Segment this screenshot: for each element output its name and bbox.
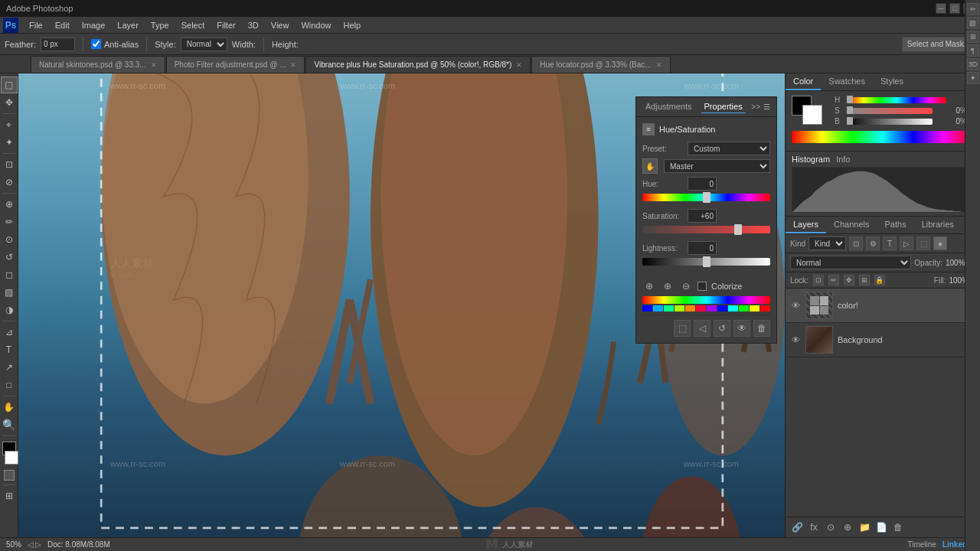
feather-input[interactable] xyxy=(41,37,75,51)
antialias-checkbox[interactable] xyxy=(91,39,101,49)
eyedropper-tool[interactable]: ✋ xyxy=(642,158,658,174)
delete-button[interactable]: 🗑 xyxy=(753,320,770,337)
layer-item[interactable]: 👁 color! xyxy=(786,289,980,323)
close-tab-0[interactable]: ✕ xyxy=(151,61,157,69)
tool-type[interactable]: T xyxy=(1,341,18,358)
patterns-icon[interactable]: ⊞ xyxy=(967,31,979,43)
tool-path-select[interactable]: ↗ xyxy=(1,359,18,376)
toggle-visibility-button[interactable]: 👁 xyxy=(733,320,750,337)
maximize-button[interactable]: □ xyxy=(949,3,960,14)
preset-select[interactable]: Custom xyxy=(688,142,770,155)
menu-layer[interactable]: Layer xyxy=(111,19,145,31)
layer-visibility-toggle[interactable]: 👁 xyxy=(790,300,801,311)
quick-mask-mode[interactable] xyxy=(4,470,15,481)
lightness-slider-thumb[interactable] xyxy=(703,256,710,267)
tool-hand[interactable]: ✋ xyxy=(1,399,18,416)
link-layers-button[interactable]: 🔗 xyxy=(790,520,804,534)
sample-subtract-tool[interactable]: ⊖ xyxy=(679,279,693,293)
filter-shape-btn[interactable]: ▷ xyxy=(900,236,913,250)
tool-move[interactable]: ✥ xyxy=(1,94,18,111)
menu-type[interactable]: Type xyxy=(145,19,175,31)
styles-tab[interactable]: Styles xyxy=(873,73,911,90)
tool-crop[interactable]: ⊡ xyxy=(1,156,18,173)
menu-3d[interactable]: 3D xyxy=(242,19,265,31)
tool-eyedropper[interactable]: ⊘ xyxy=(1,174,18,191)
tool-gradient[interactable]: ▨ xyxy=(1,284,18,301)
color-tab[interactable]: Color xyxy=(786,73,821,90)
kind-select[interactable]: Kind xyxy=(808,236,846,250)
filter-toggle-btn[interactable]: ● xyxy=(933,236,947,250)
background-color[interactable] xyxy=(5,451,18,465)
3d-icon[interactable]: 3D xyxy=(967,58,979,70)
lightness-value[interactable] xyxy=(688,241,717,255)
tool-healing-brush[interactable]: ⊕ xyxy=(1,196,18,213)
tool-eraser[interactable]: ◻ xyxy=(1,266,18,283)
layer-visibility-toggle[interactable]: 👁 xyxy=(790,334,801,345)
sat-slider-thumb[interactable] xyxy=(734,224,742,235)
s-slider[interactable] xyxy=(847,108,933,114)
filter-smartobj-btn[interactable]: ⬚ xyxy=(916,236,930,250)
colorize-checkbox[interactable] xyxy=(697,282,707,291)
panel-expand[interactable]: >> xyxy=(751,103,760,111)
add-mask-button[interactable]: ⊙ xyxy=(824,520,838,534)
tool-magic-wand[interactable]: ✦ xyxy=(1,134,18,151)
new-adjustment-button[interactable]: ⊕ xyxy=(841,520,854,534)
lock-position-btn[interactable]: ✏ xyxy=(828,275,839,285)
filter-type-btn[interactable]: T xyxy=(883,236,897,250)
lock-pixels-btn[interactable]: ⊡ xyxy=(813,275,824,285)
tool-zoom[interactable]: 🔍 xyxy=(1,416,18,433)
hue-slider-thumb[interactable] xyxy=(703,192,710,203)
new-group-button[interactable]: 📁 xyxy=(858,520,871,534)
lock-move-btn[interactable]: ✥ xyxy=(844,275,854,285)
close-tab-3[interactable]: ✕ xyxy=(656,61,662,69)
h-slider[interactable] xyxy=(847,97,946,103)
tab-vibrance[interactable]: Vibrance plus Hue Saturation.psd @ 50% (… xyxy=(305,56,531,73)
menu-filter[interactable]: Filter xyxy=(211,19,241,31)
close-tab-2[interactable]: ✕ xyxy=(516,61,522,69)
properties-tab[interactable]: Properties xyxy=(701,100,746,113)
tab-photo-filter[interactable]: Photo Filter adjustment.psd @ ... ✕ xyxy=(166,56,305,73)
reset-button[interactable]: ↺ xyxy=(714,320,730,337)
paragraph-icon[interactable]: ¶ xyxy=(967,44,979,57)
hue-value[interactable] xyxy=(688,177,717,191)
tool-pen[interactable]: ⊿ xyxy=(1,324,18,341)
adjustments-tab[interactable]: Adjustments xyxy=(642,100,695,113)
tool-clone-stamp[interactable]: ⊙ xyxy=(1,231,18,248)
sat-value[interactable] xyxy=(688,209,717,223)
background-color-swatch[interactable] xyxy=(802,105,822,125)
channels-tab[interactable]: Channels xyxy=(826,217,877,233)
menu-view[interactable]: View xyxy=(265,19,296,31)
tool-rectangular-marquee[interactable]: ▢ xyxy=(1,77,18,93)
tool-history-brush[interactable]: ↺ xyxy=(1,249,18,266)
extra-icon[interactable]: ✦ xyxy=(967,72,979,84)
menu-edit[interactable]: Edit xyxy=(49,19,76,31)
add-style-button[interactable]: fx xyxy=(807,520,821,534)
panel-menu[interactable]: ☰ xyxy=(763,103,770,111)
sample-on-image-tool[interactable]: ⊕ xyxy=(642,279,656,293)
close-tab-1[interactable]: ✕ xyxy=(290,61,296,69)
standard-screen-mode[interactable]: ⊞ xyxy=(1,487,18,504)
menu-image[interactable]: Image xyxy=(76,19,112,31)
minimize-button[interactable]: ─ xyxy=(936,3,946,14)
menu-select[interactable]: Select xyxy=(175,19,211,31)
tool-shape[interactable]: □ xyxy=(1,377,18,393)
swatches-tab[interactable]: Swatches xyxy=(821,73,873,90)
gradient-icon[interactable]: ▨ xyxy=(967,17,979,29)
style-select[interactable]: Normal xyxy=(181,37,227,51)
menu-file[interactable]: File xyxy=(23,19,49,31)
libraries-tab[interactable]: Libraries xyxy=(914,217,962,233)
blend-mode-select[interactable]: Normal xyxy=(790,256,911,269)
layer-item[interactable]: 👁 Background 🔒 xyxy=(786,323,980,357)
tab-hue-locator[interactable]: Hue locator.psd @ 3.33% (Bac... ✕ xyxy=(531,56,670,73)
menu-window[interactable]: Window xyxy=(295,19,337,31)
prev-nav-button[interactable]: ◁ xyxy=(28,540,34,549)
histogram-tab[interactable]: Histogram xyxy=(792,155,830,164)
previous-state-button[interactable]: ◁ xyxy=(694,320,710,337)
filter-pixel-btn[interactable]: ⊡ xyxy=(849,236,863,250)
brush-preset-icon[interactable]: ✏ xyxy=(967,3,979,15)
clip-to-layer-button[interactable]: ⬚ xyxy=(674,320,691,337)
tool-dodge[interactable]: ◑ xyxy=(1,302,18,318)
sample-add-tool[interactable]: ⊕ xyxy=(661,279,675,293)
tool-brush[interactable]: ✏ xyxy=(1,214,18,230)
new-layer-button[interactable]: 📄 xyxy=(874,520,888,534)
